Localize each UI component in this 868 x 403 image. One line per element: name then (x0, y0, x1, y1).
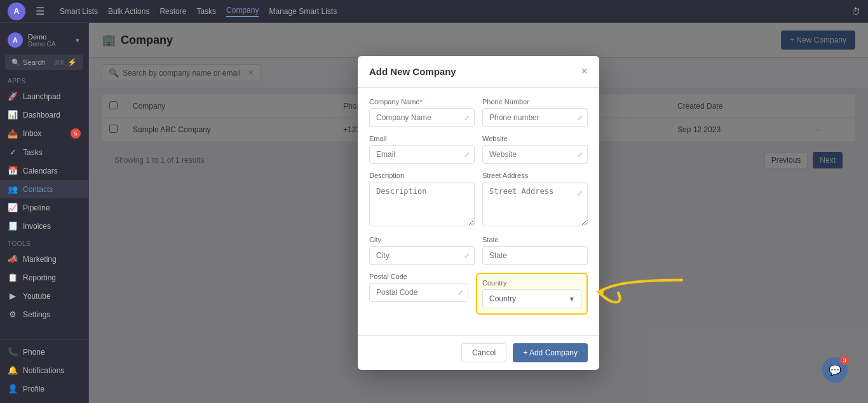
arrow-svg (593, 274, 688, 312)
phone-number-group: Phone Number ⤢ (482, 98, 588, 127)
sidebar-item-reporting[interactable]: 📋 Reporting (0, 268, 88, 287)
sidebar-search[interactable]: 🔍 Search ⌘K ⚡ (5, 55, 83, 70)
settings-icon: ⚙ (8, 310, 18, 319)
nav-tasks[interactable]: Tasks (196, 7, 216, 16)
modal-overlay: Add New Company × Company Name* (89, 23, 868, 403)
country-group: Country Country United States Canada Uni… (476, 273, 588, 315)
company-name-label: Company Name* (369, 98, 475, 106)
form-row-1: Company Name* ⤢ Phone Number (369, 98, 588, 127)
phone-expand-icon: ⤢ (577, 114, 583, 122)
inbox-icon: 📥 (8, 129, 18, 139)
sidebar-item-contacts[interactable]: 👥 Contacts (0, 180, 88, 198)
nav-smart-lists[interactable]: Smart Lists (60, 7, 98, 16)
email-group: Email ⤢ (369, 135, 475, 164)
main-content: 🏢 Company + New Company 🔍 ✕ (89, 23, 868, 403)
website-group: Website ⤢ (482, 135, 588, 164)
sidebar-item-calendars[interactable]: 📅 Calendars (0, 161, 88, 180)
chat-button[interactable]: 💬 3 (822, 357, 848, 383)
postal-expand-icon: ⤢ (458, 289, 463, 297)
sidebar-item-inbox[interactable]: 📥 Inbox 5 (0, 124, 88, 143)
inbox-label: Inbox (23, 129, 41, 138)
youtube-label: Youtube (23, 292, 51, 301)
profile-label: Profile (23, 385, 44, 393)
phone-number-input[interactable] (482, 108, 588, 127)
app-logo: A (8, 3, 25, 20)
company-name-input[interactable] (369, 108, 475, 127)
profile-icon: 👤 (8, 384, 18, 393)
marketing-label: Marketing (23, 255, 57, 264)
sidebar-item-dashboard[interactable]: 📊 Dashboard (0, 106, 88, 124)
city-input[interactable] (369, 246, 475, 265)
postal-code-group: Postal Code ⤢ (369, 273, 468, 317)
dashboard-label: Dashboard (23, 111, 60, 120)
nav-manage-smart-lists[interactable]: Manage Smart Lists (269, 7, 337, 16)
sidebar-item-youtube[interactable]: ▶ Youtube (0, 287, 88, 305)
sidebar-item-settings[interactable]: ⚙ Settings (0, 305, 88, 324)
nav-company[interactable]: Company (226, 6, 259, 17)
sidebar-item-launchpad[interactable]: 🚀 Launchpad (0, 87, 88, 106)
user-account[interactable]: A Demo Demo CA ▼ (0, 28, 88, 52)
country-select[interactable]: Country United States Canada United King… (482, 289, 581, 308)
sidebar-item-profile[interactable]: 👤 Profile (0, 379, 88, 398)
marketing-icon: 📣 (8, 254, 18, 264)
search-icon: 🔍 (11, 58, 20, 67)
website-input[interactable] (482, 145, 588, 164)
sidebar-item-notifications[interactable]: 🔔 Notifications (0, 361, 88, 379)
help-icon[interactable]: ⏱ (851, 6, 860, 17)
street-address-input[interactable] (482, 182, 588, 226)
chat-icon: 💬 (829, 364, 841, 376)
state-input[interactable] (482, 246, 588, 265)
modal-header: Add New Company × (358, 56, 599, 88)
shortcut-icon: ⚡ (67, 58, 77, 67)
city-wrapper: ⤢ (369, 246, 475, 265)
postal-code-label: Postal Code (369, 273, 468, 280)
email-label: Email (369, 135, 475, 142)
city-group: City ⤢ (369, 236, 475, 265)
modal-close-button[interactable]: × (581, 65, 588, 78)
reporting-label: Reporting (23, 273, 56, 282)
sidebar-item-tasks[interactable]: ✓ Tasks (0, 143, 88, 161)
svg-marker-0 (596, 288, 604, 296)
nav-links: Smart Lists Bulk Actions Restore Tasks C… (60, 6, 841, 17)
chat-button-container: 💬 3 (832, 367, 858, 393)
city-label: City (369, 236, 475, 243)
postal-code-input[interactable] (369, 283, 468, 302)
street-address-wrapper: ⤢ (482, 182, 588, 238)
website-label: Website (482, 135, 588, 142)
nav-restore[interactable]: Restore (159, 7, 186, 16)
user-name: Demo (28, 33, 55, 41)
form-row-2: Email ⤢ Website ⤢ (369, 135, 588, 164)
sidebar-item-marketing[interactable]: 📣 Marketing (0, 250, 88, 268)
tools-section-label: TOOLS (0, 235, 88, 250)
state-group: State (482, 236, 588, 265)
add-company-modal: Add New Company × Company Name* (358, 56, 599, 370)
cancel-button[interactable]: Cancel (461, 343, 506, 362)
youtube-icon: ▶ (8, 291, 18, 301)
email-input[interactable] (369, 145, 475, 164)
user-dropdown-icon: ▼ (74, 37, 81, 44)
dashboard-icon: 📊 (8, 110, 18, 120)
description-input[interactable] (369, 182, 475, 226)
sidebar-item-pipeline[interactable]: 📈 Pipeline (0, 198, 88, 217)
sidebar-item-invoices[interactable]: 🧾 Invoices (0, 217, 88, 235)
user-sub: Demo CA (28, 41, 55, 48)
inbox-badge: 5 (71, 128, 81, 139)
website-expand-icon: ⤢ (577, 151, 583, 159)
add-company-button[interactable]: + Add Company (513, 343, 588, 362)
country-label: Country (482, 279, 581, 287)
street-address-label: Street Address (482, 172, 588, 179)
form-row-5: Postal Code ⤢ Country Count (369, 273, 588, 317)
contacts-icon: 👥 (8, 184, 18, 194)
sidebar-item-phone[interactable]: 📞 Phone (0, 343, 88, 361)
nav-bulk-actions[interactable]: Bulk Actions (108, 7, 149, 16)
form-row-3: Description Street Address ⤢ (369, 172, 588, 228)
apps-section-label: APPS (0, 72, 88, 87)
modal-title: Add New Company (369, 66, 456, 77)
top-navigation: A ☰ Smart Lists Bulk Actions Restore Tas… (0, 0, 868, 23)
description-label: Description (369, 172, 475, 179)
email-wrapper: ⤢ (369, 145, 475, 164)
hamburger-icon[interactable]: ☰ (36, 5, 44, 17)
form-row-4: City ⤢ State (369, 236, 588, 265)
invoices-label: Invoices (23, 222, 51, 231)
notifications-label: Notifications (23, 366, 64, 375)
